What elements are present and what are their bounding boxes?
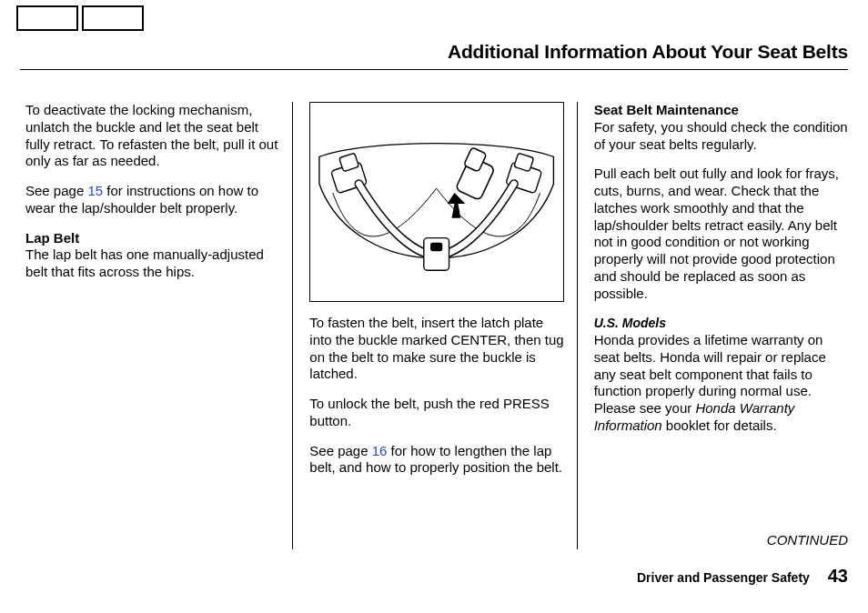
c2-p3: See page 16 for how to lengthen the lap …	[309, 443, 563, 477]
nav-box-2	[82, 5, 144, 31]
maintenance-heading: Seat Belt Maintenance	[594, 102, 739, 117]
c2-p3-a: See page	[309, 443, 371, 458]
c3-p2: Pull each belt out fully and look for fr…	[594, 166, 848, 302]
page-footer: Driver and Passenger Safety 43	[637, 565, 848, 588]
page-title: Additional Information About Your Seat B…	[448, 40, 848, 64]
footer-section: Driver and Passenger Safety	[637, 570, 810, 585]
page-ref-15[interactable]: 15	[87, 183, 103, 198]
c3-p1: For safety, you should check the conditi…	[594, 119, 848, 152]
c2-p1: To fasten the belt, insert the latch pla…	[309, 315, 563, 383]
belt-svg	[310, 103, 562, 301]
footer-page-number: 43	[828, 566, 848, 586]
continued-marker: CONTINUED	[767, 532, 848, 549]
title-rule	[20, 69, 848, 70]
c1-p2: See page 15 for instructions on how to w…	[25, 183, 279, 217]
nav-box-1	[16, 5, 78, 31]
c1-heading-block: Lap Belt The lap belt has one manually-a…	[25, 230, 279, 281]
lap-belt-heading: Lap Belt	[25, 230, 79, 246]
c3-p3-b: booklet for details.	[662, 417, 777, 433]
body-columns: To deactivate the locking mechanism, unl…	[25, 102, 848, 549]
svg-rect-7	[431, 244, 442, 251]
column-1: To deactivate the locking mechanism, unl…	[25, 102, 293, 549]
column-2: To fasten the belt, insert the latch pla…	[304, 102, 577, 549]
c1-p3: The lap belt has one manually-adjusted b…	[25, 246, 264, 279]
c3-heading-block: Seat Belt Maintenance For safety, you sh…	[594, 102, 848, 153]
page-ref-16[interactable]: 16	[372, 443, 388, 458]
c3-us-block: U.S. Models Honda provides a lifetime wa…	[594, 315, 848, 434]
us-models-subhead: U.S. Models	[594, 316, 666, 330]
manual-page: Additional Information About Your Seat B…	[0, 0, 868, 613]
lap-belt-illustration	[309, 102, 563, 302]
c1-p1: To deactivate the locking mechanism, unl…	[25, 102, 279, 170]
c2-p2: To unlock the belt, push the red PRESS b…	[309, 396, 563, 430]
c1-p2-a: See page	[25, 183, 87, 198]
nav-placeholder-boxes	[16, 5, 144, 31]
column-3: Seat Belt Maintenance For safety, you sh…	[589, 102, 848, 549]
